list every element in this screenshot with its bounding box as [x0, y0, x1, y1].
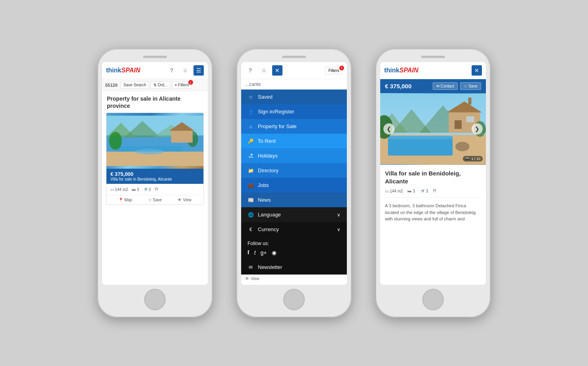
person-icon: 👤: [248, 109, 254, 115]
filters-button[interactable]: ≡ Filters 1: [172, 81, 192, 89]
logo[interactable]: thinkSPAIN: [106, 67, 140, 74]
facebook-icon[interactable]: f: [248, 249, 250, 256]
bath-icon-3: 🚿: [420, 189, 425, 193]
logo-think: think: [106, 67, 121, 74]
listing-price: € 375,000: [110, 171, 199, 177]
property-actions: 📍 Map ☆ Save 👁 View: [106, 195, 203, 204]
contact-icon: ✉: [436, 84, 439, 88]
news-icon: 📰: [248, 197, 254, 203]
menu-icon[interactable]: ☰: [193, 65, 204, 76]
order-button[interactable]: ⇅ Ord...: [151, 81, 170, 89]
svg-point-26: [455, 142, 469, 152]
header-icons: ? ☆ ☰: [166, 65, 204, 76]
map-link[interactable]: 📍 Map: [118, 198, 132, 202]
phone-3-header: thinkSPAIN ✕: [380, 62, 486, 79]
gallery-next-button[interactable]: ❯: [472, 123, 483, 134]
favorites-icon-2[interactable]: ☆: [259, 65, 269, 76]
follow-us-section: Follow us: f t g+ ◉: [241, 237, 347, 260]
phone-1-screen: thinkSPAIN ? ☆ ☰ 55120 Save Search ⇅ Ord…: [102, 62, 208, 285]
listing-subtitle: Villa for sale in Benidoleig, Alicante: [110, 177, 199, 181]
menu-item-newsletter[interactable]: ✉ Newsletter: [241, 260, 347, 274]
svg-rect-21: [466, 116, 474, 122]
save-star-icon-3: ☆: [464, 84, 467, 88]
spec-type: ⛩: [433, 189, 437, 193]
header-left: ? ☆ ✕: [245, 65, 282, 76]
newsletter-icon: ✉: [248, 265, 254, 270]
save-button[interactable]: ☆ Save: [460, 82, 481, 90]
help-icon-2[interactable]: ?: [245, 65, 255, 76]
bed-icon: 🛏: [132, 187, 136, 192]
key-icon: 🔑: [248, 138, 254, 144]
save-link[interactable]: ☆ Save: [148, 198, 162, 202]
globe-icon: 🌐: [248, 212, 254, 218]
gallery-prev-button[interactable]: ❮: [383, 123, 395, 134]
menu-item-to-rent[interactable]: 🔑 To Rent: [241, 134, 347, 148]
detail-price: € 375,000: [385, 83, 412, 90]
logo-think-3: think: [384, 67, 399, 74]
logo-spain: SPAIN: [121, 67, 140, 74]
property-gallery: ❮ ❯ 📷 1 / 10: [380, 93, 486, 165]
beds-detail: 🛏 3: [132, 187, 139, 192]
menu-item-directory[interactable]: 📁 Directory: [241, 163, 347, 178]
help-icon[interactable]: ?: [166, 65, 177, 76]
phone-1-toolbar: 55120 Save Search ⇅ Ord... ≡ Filters 1: [102, 79, 208, 91]
size-icon: ▭: [110, 187, 114, 192]
menu-item-jobs[interactable]: 💼 Jobs: [241, 178, 347, 193]
menu-item-signin[interactable]: 👤 Sign in/Register: [241, 104, 347, 119]
social-icons: f t g+ ◉: [248, 249, 340, 256]
eye-icon: 👁: [178, 198, 182, 202]
spec-baths: 🚿 3: [420, 189, 428, 193]
background-title-partial: ...cante: [241, 79, 347, 90]
save-star-icon: ☆: [148, 198, 152, 202]
property-card[interactable]: € 375,000 Villa for sale in Benidoleig, …: [106, 113, 204, 205]
svg-rect-25: [388, 136, 453, 139]
filters-button-2[interactable]: Filters 1: [325, 67, 343, 74]
type-detail: ⛩: [155, 187, 159, 192]
navigation-menu: ☆ Saved 👤 Sign in/Register ⌂ Property fo…: [241, 90, 347, 237]
filter-badge: 1: [188, 80, 193, 85]
jobs-icon: 💼: [248, 183, 254, 188]
property-description: A 3 bedroom, 3 bathroom Detached Finca l…: [385, 202, 481, 222]
view-link[interactable]: 👁 View: [178, 198, 191, 202]
save-search-button[interactable]: Save Search: [121, 81, 149, 89]
phone-1-header: thinkSPAIN ? ☆ ☰: [102, 62, 208, 79]
google-plus-icon[interactable]: g+: [261, 249, 267, 256]
menu-item-holidays[interactable]: 🏖 Holidays: [241, 148, 347, 163]
menu-item-news[interactable]: 📰 News: [241, 193, 347, 207]
filter-badge-2: 1: [339, 66, 344, 70]
menu-item-currency[interactable]: € Currency ∨: [241, 222, 347, 237]
type-icon-3: ⛩: [433, 189, 437, 193]
holidays-icon: 🏖: [248, 153, 254, 159]
twitter-icon[interactable]: t: [254, 249, 256, 256]
menu-item-language[interactable]: 🌐 Language ∨: [241, 207, 347, 222]
rss-icon[interactable]: ◉: [272, 249, 277, 256]
svg-rect-20: [455, 120, 462, 129]
spec-beds: 🛏 3: [408, 189, 415, 193]
home-icon: ⌂: [248, 124, 254, 129]
currency-chevron-icon: ∨: [337, 227, 340, 232]
language-chevron-icon: ∨: [337, 212, 340, 218]
gallery-image: [380, 93, 486, 165]
logo-3[interactable]: thinkSPAIN: [384, 67, 418, 74]
menu-item-saved[interactable]: ☆ Saved: [241, 90, 347, 104]
background-view-partial: 👁View: [241, 274, 347, 282]
results-count: 55120: [105, 83, 118, 88]
type-icon: ⛩: [155, 187, 159, 192]
close-button-3[interactable]: ✕: [472, 65, 482, 76]
detail-content: Villa for sale in Benidoleig, Alicante ▭…: [380, 165, 486, 227]
bed-icon-3: 🛏: [408, 189, 412, 193]
phone-2: ? ☆ ✕ Filters 1 ...cante ☆ Saved: [236, 49, 352, 317]
price-actions: ✉ Contact ☆ Save: [433, 82, 481, 90]
phone-3: thinkSPAIN ✕ € 375,000 ✉ Contact ☆ Save: [375, 49, 491, 317]
price-bar: € 375,000 ✉ Contact ☆ Save: [380, 79, 486, 93]
currency-icon: €: [248, 227, 254, 232]
size-icon-3: ▭: [385, 189, 389, 193]
contact-button[interactable]: ✉ Contact: [433, 82, 458, 90]
svg-point-7: [109, 132, 122, 150]
favorites-icon[interactable]: ☆: [180, 65, 190, 76]
spec-size: ▭ 144 m2: [385, 189, 403, 193]
close-menu-button[interactable]: ✕: [272, 65, 282, 76]
menu-item-property-sale[interactable]: ⌂ Property for Sale: [241, 119, 347, 134]
baths-detail: 🚿 3: [143, 187, 151, 192]
newsletter-section: ✉ Newsletter: [241, 260, 347, 274]
